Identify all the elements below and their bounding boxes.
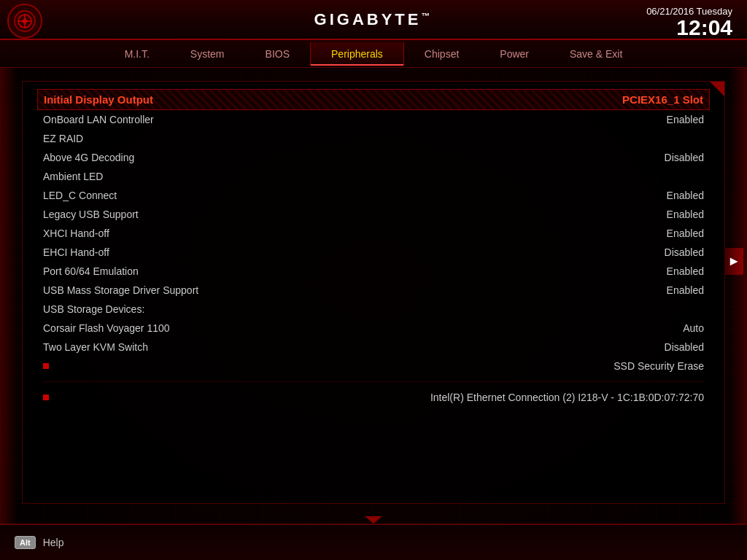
onboard-lan-row[interactable]: OnBoard LAN Controller Enabled — [37, 110, 710, 129]
usb-mass-storage-row[interactable]: USB Mass Storage Driver Support Enabled — [37, 281, 710, 300]
ambient-led-row[interactable]: Ambient LED — [37, 167, 710, 186]
svg-point-2 — [23, 19, 27, 23]
legacy-usb-value: Enabled — [667, 209, 704, 220]
ssd-security-label: SSD Security Erase — [614, 360, 704, 372]
onboard-lan-label: OnBoard LAN Controller — [43, 114, 154, 125]
usb-mass-storage-label: USB Mass Storage Driver Support — [43, 284, 198, 296]
ez-raid-label: EZ RAID — [43, 133, 83, 144]
port-6064-label: Port 60/64 Emulation — [43, 265, 139, 277]
led-c-label: LED_C Connect — [43, 190, 117, 201]
port-6064-row[interactable]: Port 60/64 Emulation Enabled — [37, 262, 710, 281]
nav-power[interactable]: Power — [479, 42, 549, 66]
legacy-usb-row[interactable]: Legacy USB Support Enabled — [37, 205, 710, 224]
ehci-row[interactable]: EHCI Hand-off Disabled — [37, 243, 710, 262]
corsair-value: Auto — [683, 322, 704, 334]
ez-raid-row[interactable]: EZ RAID — [37, 129, 710, 148]
ehci-value: Disabled — [665, 246, 704, 258]
ambient-led-label: Ambient LED — [43, 171, 103, 182]
nav-bios[interactable]: BIOS — [245, 42, 310, 66]
nav-system[interactable]: System — [170, 42, 245, 66]
alt-key-label: Alt — [15, 536, 36, 549]
above-4g-value: Disabled — [665, 152, 704, 163]
kvm-label: Two Layer KVM Switch — [43, 341, 148, 353]
usb-storage-devices-label: USB Storage Devices: — [43, 303, 144, 315]
network-info-row: Intel(R) Ethernet Connection (2) I218-V … — [37, 388, 710, 407]
logo-circle — [7, 4, 42, 39]
kvm-value: Disabled — [665, 341, 704, 353]
ssd-security-row[interactable]: SSD Security Erase — [37, 357, 710, 376]
datetime-display: 06/21/2016 Tuesday 12:04 — [646, 6, 732, 39]
nav-bar: M.I.T. System BIOS Peripherals Chipset P… — [0, 40, 747, 68]
right-glow — [729, 68, 747, 560]
bottom-arrow-deco — [365, 516, 382, 524]
xhci-label: XHCI Hand-off — [43, 228, 109, 239]
onboard-lan-value: Enabled — [667, 114, 704, 125]
usb-mass-storage-value: Enabled — [667, 284, 704, 296]
settings-header-row[interactable]: Initial Display Output PCIEX16_1 Slot — [37, 89, 710, 110]
initial-display-value: PCIEX16_1 Slot — [622, 93, 703, 106]
usb-storage-devices-row: USB Storage Devices: — [37, 300, 710, 319]
corner-deco — [710, 82, 724, 96]
nav-mit[interactable]: M.I.T. — [104, 42, 170, 66]
legacy-usb-label: Legacy USB Support — [43, 209, 139, 220]
bottom-bar: Alt Help — [0, 524, 747, 560]
main-content: Initial Display Output PCIEX16_1 Slot On… — [22, 81, 725, 504]
ehci-label: EHCI Hand-off — [43, 246, 109, 258]
xhci-value: Enabled — [667, 228, 704, 239]
nav-save-exit[interactable]: Save & Exit — [549, 42, 643, 66]
right-arrow-indicator: ► — [724, 248, 743, 275]
brand-title: GIGABYTE™ — [314, 10, 433, 29]
corsair-label: Corsair Flash Voyager 1100 — [43, 322, 170, 334]
led-c-row[interactable]: LED_C Connect Enabled — [37, 186, 710, 205]
left-glow — [0, 68, 18, 560]
nav-peripherals[interactable]: Peripherals — [310, 42, 404, 66]
network-info-label: Intel(R) Ethernet Connection (2) I218-V … — [430, 392, 704, 403]
nav-chipset[interactable]: Chipset — [404, 42, 479, 66]
corsair-row[interactable]: Corsair Flash Voyager 1100 Auto — [37, 319, 710, 338]
help-text-label: Help — [43, 537, 64, 548]
above-4g-label: Above 4G Decoding — [43, 152, 134, 163]
settings-table: Initial Display Output PCIEX16_1 Slot On… — [23, 82, 724, 414]
led-c-value: Enabled — [667, 190, 704, 201]
network-bullet-icon — [43, 394, 49, 400]
above-4g-row[interactable]: Above 4G Decoding Disabled — [37, 148, 710, 167]
xhci-row[interactable]: XHCI Hand-off Enabled — [37, 224, 710, 243]
initial-display-label: Initial Display Output — [44, 93, 153, 106]
section-divider — [43, 381, 704, 382]
kvm-row[interactable]: Two Layer KVM Switch Disabled — [37, 338, 710, 357]
help-button[interactable]: Alt Help — [15, 536, 63, 549]
top-bar: GIGABYTE™ 06/21/2016 Tuesday 12:04 — [0, 0, 747, 40]
time-text: 12:04 — [676, 15, 732, 39]
port-6064-value: Enabled — [667, 265, 704, 277]
ssd-bullet-icon — [43, 363, 49, 369]
